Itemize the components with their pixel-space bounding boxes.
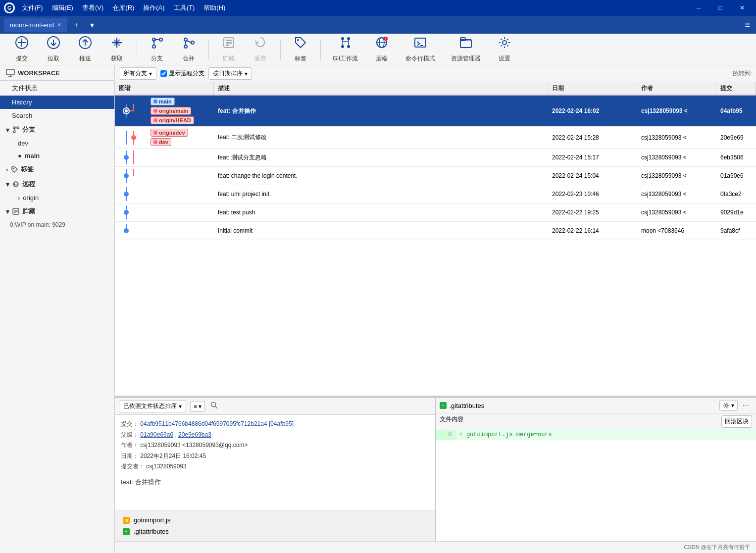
toolbar-separator-1 [137,40,137,59]
toolbar-explorer[interactable]: 资源管理器 [445,34,487,65]
toolbar-discard-label: 丢弃 [254,54,266,63]
gear-icon [723,402,730,409]
diff-header-label: 文件内容 [440,415,463,428]
menu-action[interactable]: 操作(A) [139,2,168,13]
sidebar-search[interactable]: Search [0,109,114,122]
svg-point-67 [124,228,129,233]
tab-close-button[interactable]: ✕ [57,22,61,28]
remote-group-icon [12,181,19,188]
parent-field: 父级： 01a90e69a6 , 20e9e69ba3 [121,430,429,441]
sidebar-history[interactable]: History [0,96,114,109]
toolbar-fetch[interactable]: 获取 [103,34,131,65]
chevron-right-icon: › [6,166,8,173]
svg-point-8 [152,45,155,48]
file-name-1: .gitattributes [134,528,169,535]
table-row[interactable]: feat: test push 2022-02-22 19:25 csj1328… [115,203,756,222]
header-graph: 图谱 [115,82,214,95]
menu-view[interactable]: 查看(V) [78,2,107,13]
toolbar-gitflow-label: Git工作流 [333,54,358,63]
file-item-0[interactable]: M gotoimport.js [119,514,431,526]
toolbar-settings-label: 设置 [499,54,510,63]
sidebar-stash-item-0[interactable]: 0:WIP on main: 9029 [0,219,114,231]
diff-settings-button[interactable]: ▾ [719,400,738,411]
menu-file[interactable]: 文件(F) [18,2,47,13]
toolbar-settings[interactable]: 设置 [491,34,518,65]
workspace-label: WORKSPACE [18,69,60,77]
graph-area: 所有分支 ▾ 显示远程分支 按日期排序 ▾ 跳转到: 图谱 描述 日期 [115,65,756,396]
sidebar-branch-header[interactable]: ▾ 分支 [0,122,114,137]
svg-point-65 [124,210,129,215]
toolbar-push-label: 推送 [79,54,91,63]
branch-group-label: 分支 [22,125,35,134]
ellipsis-button[interactable]: ··· [740,400,752,411]
sort-dropdown[interactable]: 按日期排序 ▾ [208,67,252,80]
menu-repo[interactable]: 仓库(R) [108,2,138,13]
menu-edit[interactable]: 编辑(E) [48,2,77,13]
table-row[interactable]: feat: change the login content. 2022-02-… [115,167,756,185]
sidebar-file-status[interactable]: 文件状态 [0,81,114,96]
svg-point-52 [125,109,128,112]
file-item-1[interactable]: + .gitattributes [119,526,431,537]
graph-svg-3 [119,169,149,183]
maximize-button[interactable]: □ [710,2,730,14]
toolbar-push[interactable]: 推送 [71,34,99,65]
desc-cell-3: feat: change the login content. [214,167,548,185]
toolbar-terminal[interactable]: 命令行模式 [400,34,441,65]
sidebar-remote-origin[interactable]: › origin [0,192,114,204]
sidebar-branch-main[interactable]: ● main [0,150,114,162]
graph-cell-2 [115,149,214,166]
diff-line-content-0: + gotoimport.js merge=ours [455,430,756,440]
new-tab-button[interactable]: ＋ [69,18,83,32]
toolbar-stash[interactable]: 贮藏 [215,34,243,65]
show-remote-checkbox[interactable] [160,70,167,77]
graph-svg-4 [119,187,149,201]
table-row[interactable]: main origin/main origin/HEAD feat: 合并操作 … [115,96,756,127]
show-remote-checkbox-label[interactable]: 显示远程分支 [160,69,204,78]
table-row[interactable]: Initial commit 2022-02-22 16:14 moon <70… [115,222,756,240]
table-row[interactable]: feat: 测试分支忽略 2022-02-24 15:17 csj1328059… [115,149,756,167]
graph-table-header: 图谱 描述 日期 作者 提交 [115,82,756,96]
tabbar-actions: ＋ ▾ [69,18,99,32]
graph-svg-2 [119,151,149,164]
graph-table: 图谱 描述 日期 作者 提交 [115,82,756,396]
menu-help[interactable]: 帮助(H) [200,2,229,13]
minimize-button[interactable]: ─ [689,2,708,14]
toolbar-remote[interactable]: ! 远端 [368,34,396,65]
search-button[interactable] [209,400,220,412]
svg-text:!: ! [385,37,386,41]
hamburger-menu-button[interactable]: ≡ [743,18,752,32]
menu-tools[interactable]: 工具(T) [170,2,199,13]
parent-val1: 01a90e69a6 [140,431,173,438]
sidebar-branch-dev[interactable]: dev [0,137,114,150]
date-cell-3: 2022-02-24 15:04 [548,167,637,185]
toolbar-discard[interactable]: 丢弃 [247,34,274,65]
file-sort-label: 已依照文件状态排序 [123,402,177,410]
titlebar-menu: 文件(F) 编辑(E) 查看(V) 仓库(R) 操作(A) 工具(T) 帮助(H… [18,2,229,13]
sort-dropdown-arrow: ▾ [179,403,182,410]
file-sort-dropdown[interactable]: 已依照文件状态排序 ▾ [119,400,186,412]
svg-point-63 [124,192,129,197]
branch-filter-dropdown[interactable]: 所有分支 ▾ [119,67,156,80]
sidebar-stash-header[interactable]: ▾ 贮藏 [0,204,114,219]
sidebar-tag-header[interactable]: › 标签 [0,162,114,177]
table-row[interactable]: feat: umi project init. 2022-02-23 10:46… [115,185,756,203]
list-view-button[interactable]: ≡ ▾ [190,401,205,412]
graph-svg-5 [119,205,149,219]
svg-point-33 [503,41,506,45]
active-tab[interactable]: moon-front-end ✕ [4,18,67,32]
sidebar-remote-header[interactable]: ▾ 远程 [0,177,114,192]
close-button[interactable]: ✕ [732,2,752,14]
toolbar-commit[interactable]: 提交 [8,34,36,65]
toolbar-branch[interactable]: 分支 [143,34,171,65]
toolbar-merge[interactable]: 合并 [175,34,202,65]
toolbar-pull-label: 拉取 [48,54,59,63]
toolbar-tag[interactable]: 标签 [287,34,314,65]
desc-cell-1: feat: 二次测试修改 [214,127,548,148]
tab-dropdown-button[interactable]: ▾ [85,18,99,32]
chevron-down-icon-remote: ▾ [6,181,9,188]
toolbar-gitflow[interactable]: Git工作流 [327,34,364,65]
toolbar-pull[interactable]: 拉取 [40,34,67,65]
table-row[interactable]: origin/dev dev feat: 二次测试修改 2022-02-24 1… [115,127,756,149]
revert-button[interactable]: 回滚区块 [721,415,752,428]
pull-icon [47,36,60,52]
